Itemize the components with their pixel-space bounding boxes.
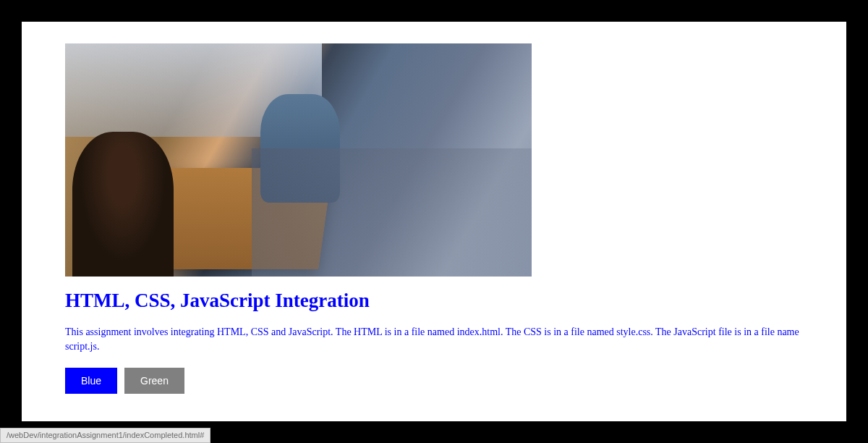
photo-person-shape xyxy=(72,132,174,277)
hero-photo xyxy=(65,43,532,277)
assignment-description: This assignment involves integrating HTM… xyxy=(65,325,803,353)
page-content-frame: HTML, CSS, JavaScript Integration This a… xyxy=(22,22,846,421)
page-title: HTML, CSS, JavaScript Integration xyxy=(65,290,803,312)
blue-button[interactable]: Blue xyxy=(65,368,117,394)
photo-person-shape xyxy=(260,94,340,203)
color-button-row: Blue Green xyxy=(65,368,803,394)
green-button[interactable]: Green xyxy=(124,368,184,394)
browser-status-bar: /webDev/integrationAssignment1/indexComp… xyxy=(0,428,210,443)
